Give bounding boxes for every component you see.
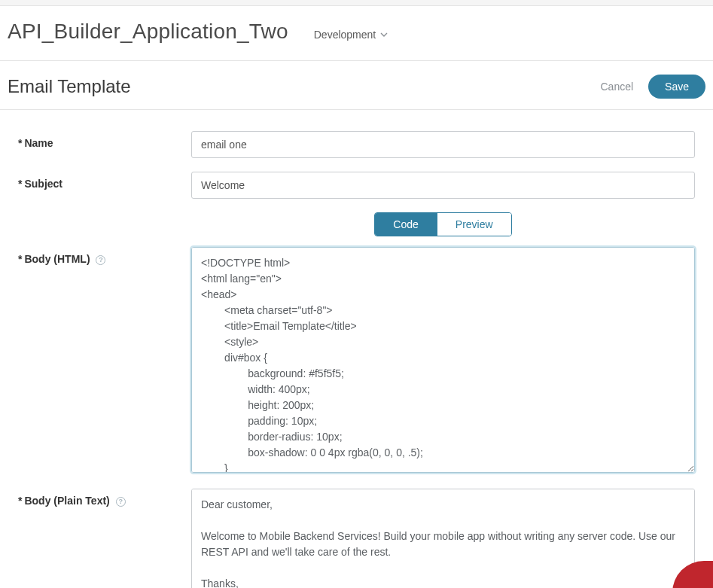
body-plain-label: *Body (Plain Text) ? [18, 489, 191, 507]
subject-label-text: Subject [24, 178, 62, 190]
cancel-link[interactable]: Cancel [600, 81, 633, 93]
body-mode-toggle: Code Preview [374, 212, 511, 236]
page-actions: Cancel Save [600, 75, 705, 99]
body-html-label-text: Body (HTML) [24, 253, 90, 265]
body-html-label: *Body (HTML) ? [18, 247, 191, 265]
body-html-textarea[interactable] [191, 247, 695, 473]
chevron-down-icon [380, 31, 388, 38]
body-mode-toggle-row: Code Preview [191, 212, 695, 236]
environment-dropdown[interactable]: Development [314, 29, 388, 41]
field-row-subject: *Subject [18, 172, 695, 199]
subject-label: *Subject [18, 172, 191, 190]
environment-label: Development [314, 29, 376, 41]
field-row-name: *Name [18, 131, 695, 158]
required-asterisk: * [18, 178, 22, 190]
tab-code[interactable]: Code [375, 213, 436, 236]
help-icon[interactable]: ? [96, 255, 105, 265]
app-header: API_Builder_Application_Two Development [0, 6, 713, 61]
help-icon[interactable]: ? [116, 497, 126, 507]
app-title: API_Builder_Application_Two [8, 20, 288, 44]
field-row-body-plain: *Body (Plain Text) ? [18, 489, 695, 588]
save-button[interactable]: Save [648, 75, 705, 99]
body-plain-label-text: Body (Plain Text) [24, 495, 109, 507]
required-asterisk: * [18, 253, 22, 265]
required-asterisk: * [18, 495, 22, 507]
window-topbar [0, 0, 713, 6]
name-input[interactable] [191, 131, 695, 158]
body-plain-textarea[interactable] [191, 489, 695, 588]
name-label-text: Name [24, 137, 53, 149]
page-title: Email Template [8, 76, 131, 97]
field-row-body-html: *Body (HTML) ? [18, 247, 695, 475]
name-label: *Name [18, 131, 191, 149]
subject-input[interactable] [191, 172, 695, 199]
form: *Name *Subject Code Preview *Body (HTML)… [0, 110, 713, 588]
tab-preview[interactable]: Preview [437, 213, 511, 236]
required-asterisk: * [18, 137, 22, 149]
page-header: Email Template Cancel Save [0, 61, 713, 110]
